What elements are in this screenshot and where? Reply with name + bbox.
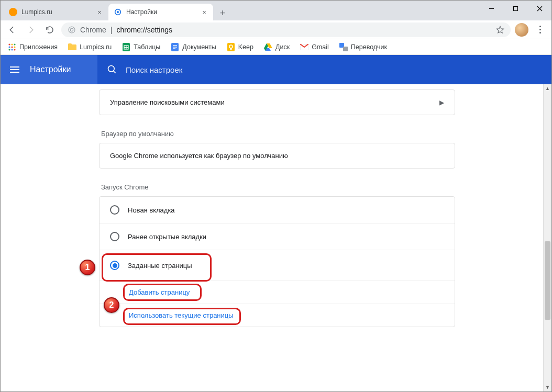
bookmark-label: Lumpics.ru	[80, 43, 112, 51]
forward-button[interactable]	[24, 23, 38, 37]
browser-toolbar: Chrome | chrome://settings	[1, 20, 551, 39]
row-label: Google Chrome используется как браузер п…	[110, 152, 288, 160]
svg-point-11	[8, 46, 10, 48]
svg-point-12	[11, 46, 13, 48]
vertical-scrollbar[interactable]: ▲ ▼	[543, 84, 551, 391]
bookmark-label: Приложения	[19, 43, 58, 51]
bookmark-label: Таблицы	[134, 43, 160, 51]
bookmark-star-icon[interactable]	[496, 26, 504, 34]
radio-new-tab[interactable]: Новая вкладка	[100, 197, 455, 223]
svg-rect-27	[227, 43, 235, 51]
omnibox-scheme: Chrome	[80, 26, 106, 34]
settings-search-input[interactable]	[126, 65, 542, 74]
favicon-settings	[114, 8, 122, 16]
close-icon[interactable]: ×	[201, 8, 208, 16]
folder-icon	[68, 43, 76, 51]
svg-rect-3	[513, 6, 517, 10]
section-default-browser: Браузер по умолчанию Google Chrome испол…	[99, 130, 455, 169]
bookmark-keep[interactable]: Keep	[227, 43, 253, 51]
profile-avatar[interactable]	[515, 23, 528, 37]
chrome-icon	[68, 26, 76, 34]
settings-title: Настройки	[30, 65, 71, 74]
new-tab-button[interactable]: +	[215, 6, 230, 20]
svg-point-7	[70, 28, 73, 31]
browser-window: Lumpics.ru × Настройки × + Chrome |	[0, 0, 552, 392]
link-add-page[interactable]: Добавить страницу	[129, 288, 190, 296]
bookmark-drive[interactable]: Диск	[264, 43, 290, 51]
docs-icon	[171, 43, 179, 51]
radio-specific-pages[interactable]: Заданные страницы	[100, 250, 455, 281]
section-heading: Запуск Chrome	[101, 183, 455, 191]
bookmark-label: Переводчик	[351, 43, 387, 51]
close-icon[interactable]: ×	[96, 8, 103, 16]
radio-icon	[110, 205, 119, 215]
reload-button[interactable]	[42, 23, 57, 37]
bookmark-apps[interactable]: Приложения	[8, 43, 58, 51]
bookmark-gmail[interactable]: Gmail	[300, 43, 329, 51]
tab-title: Настройки	[126, 8, 196, 16]
row-add-page[interactable]: Добавить страницу	[100, 281, 455, 304]
radio-icon	[110, 232, 119, 241]
close-window-button[interactable]	[527, 1, 551, 16]
svg-point-10	[14, 43, 15, 45]
sheets-icon	[122, 43, 130, 51]
row-label: Управление поисковыми системами	[110, 98, 225, 106]
row-default-browser-status: Google Chrome используется как браузер п…	[100, 143, 455, 168]
minimize-button[interactable]	[479, 1, 503, 16]
bookmark-docs[interactable]: Документы	[171, 43, 216, 51]
settings-toolbar: Настройки	[1, 55, 551, 84]
chevron-right-icon: ▶	[439, 99, 444, 106]
back-button[interactable]	[5, 23, 19, 37]
link-use-current[interactable]: Использовать текущие страницы	[129, 311, 234, 319]
favicon-lumpics	[9, 8, 17, 16]
settings-page: Настройки Управление поисковыми системам…	[1, 55, 551, 391]
svg-point-13	[14, 46, 15, 48]
tab-strip: Lumpics.ru × Настройки × +	[1, 1, 479, 20]
svg-rect-18	[68, 43, 72, 46]
keep-icon	[227, 43, 235, 51]
radio-icon	[110, 261, 119, 270]
svg-point-33	[108, 66, 115, 72]
svg-rect-32	[343, 47, 348, 51]
scrollbar-thumb[interactable]	[545, 241, 550, 320]
bookmark-label: Keep	[238, 43, 253, 51]
window-controls	[479, 1, 551, 16]
maximize-button[interactable]	[503, 1, 527, 16]
row-use-current[interactable]: Использовать текущие страницы	[100, 304, 455, 327]
bookmark-label: Диск	[275, 43, 290, 51]
drive-icon	[264, 43, 272, 51]
tab-title: Lumpics.ru	[21, 8, 92, 16]
svg-point-14	[8, 49, 10, 50]
svg-line-34	[114, 71, 116, 73]
menu-icon[interactable]	[10, 66, 19, 73]
radio-continue[interactable]: Ранее открытые вкладки	[100, 223, 455, 250]
gmail-icon	[300, 43, 308, 51]
tab-settings[interactable]: Настройки ×	[108, 4, 213, 20]
radio-label: Ранее открытые вкладки	[128, 233, 206, 241]
settings-search[interactable]	[97, 55, 551, 84]
browser-menu-button[interactable]	[533, 23, 547, 37]
scroll-down-arrow[interactable]: ▼	[544, 383, 551, 391]
page-content: Настройки Управление поисковыми системам…	[1, 55, 551, 391]
address-bar[interactable]: Chrome | chrome://settings	[61, 23, 511, 37]
scroll-up-arrow[interactable]: ▲	[544, 84, 551, 93]
bookmark-lumpics[interactable]: Lumpics.ru	[68, 43, 112, 51]
settings-body: Управление поисковыми системами ▶ Браузе…	[1, 84, 551, 391]
row-manage-search-engines[interactable]: Управление поисковыми системами ▶	[100, 90, 455, 115]
search-icon	[107, 64, 117, 75]
bookmark-label: Документы	[182, 43, 216, 51]
svg-point-8	[8, 43, 10, 45]
bookmark-translate[interactable]: Переводчик	[339, 43, 387, 51]
bookmarks-bar: Приложения Lumpics.ru Таблицы Документы …	[1, 39, 551, 55]
bookmark-label: Gmail	[312, 43, 329, 51]
section-search-engines: Управление поисковыми системами ▶	[99, 89, 455, 115]
titlebar: Lumpics.ru × Настройки × +	[1, 1, 551, 20]
annotation-badge-1: 1	[80, 260, 95, 275]
radio-label: Заданные страницы	[128, 262, 192, 270]
svg-rect-29	[230, 48, 231, 50]
bookmark-sheets[interactable]: Таблицы	[122, 43, 160, 51]
svg-point-9	[11, 43, 13, 45]
svg-point-6	[69, 27, 75, 33]
tab-lumpics[interactable]: Lumpics.ru ×	[4, 4, 108, 20]
svg-point-15	[11, 49, 13, 50]
